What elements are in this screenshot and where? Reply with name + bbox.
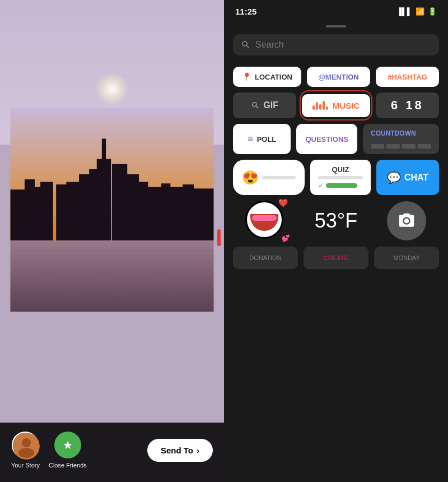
countdown-bars (371, 144, 431, 149)
search-bar[interactable] (233, 34, 439, 55)
quiz-check-icon: ✓ (318, 182, 324, 189)
svg-rect-10 (56, 184, 67, 240)
location-pin-icon: 📍 (242, 72, 251, 81)
avatar (12, 432, 39, 458)
svg-rect-3 (34, 187, 41, 240)
mouth-sticker-graphic: ❤️ 💕 (245, 201, 286, 241)
svg-rect-17 (183, 184, 194, 240)
send-to-button[interactable]: Send To › (147, 439, 213, 462)
svg-rect-16 (170, 187, 184, 240)
quiz-sticker[interactable]: QUIZ ✓ (310, 160, 371, 195)
location-sticker[interactable]: 📍 LOCATION (233, 67, 301, 87)
left-panel: 11:25 ▐▌▌ 📶 🔋 ✕ Aa (0, 0, 224, 482)
svg-point-25 (18, 448, 34, 458)
your-story-option[interactable]: Your Story (11, 432, 40, 469)
camera-sticker-wrapper (374, 201, 439, 241)
svg-rect-7 (89, 169, 97, 240)
search-small-icon (251, 101, 260, 110)
mention-sticker[interactable]: @MENTION (307, 67, 370, 87)
drag-handle (326, 25, 346, 27)
sticker-row-2: GIF MUSIC 6 18 (233, 92, 439, 118)
svg-rect-9 (66, 182, 80, 240)
right-signal-icon: ▐▌▌ (396, 7, 412, 16)
svg-rect-11 (112, 164, 127, 240)
chevron-right-icon: › (197, 446, 199, 455)
sticker-row-1: 📍 LOCATION @MENTION #HASHTAG (233, 67, 439, 87)
red-indicator (217, 229, 221, 246)
sticker-row-5: ❤️ 💕 53°F (233, 201, 439, 241)
svg-rect-12 (126, 174, 139, 240)
music-bars-icon (312, 101, 328, 110)
sticker-grid: 📍 LOCATION @MENTION #HASHTAG GIF (224, 62, 448, 482)
create-sticker-partial[interactable]: CREATE (304, 247, 368, 269)
gif-sticker[interactable]: GIF (233, 92, 296, 118)
quiz-bar-green (326, 183, 357, 188)
right-time: 11:25 (235, 7, 256, 16)
svg-rect-2 (25, 179, 35, 240)
svg-rect-18 (193, 188, 213, 240)
emoji-slider-sticker[interactable]: 😍 (233, 160, 305, 195)
right-wifi-icon: 📶 (416, 7, 424, 16)
sticker-row-4: 😍 QUIZ ✓ 💬 CHAT (233, 160, 439, 195)
right-status-icons: ▐▌▌ 📶 🔋 (396, 7, 437, 16)
quiz-bar-gray (318, 176, 363, 179)
search-icon (241, 40, 251, 50)
sticker-row-6: DONATION CREATE MONDAY (233, 247, 439, 269)
svg-rect-14 (147, 187, 162, 240)
dice-sticker[interactable]: 6 18 (376, 92, 439, 118)
story-image-area (0, 53, 224, 423)
poll-sticker[interactable]: ≡ POLL (233, 124, 291, 154)
camera-icon (398, 212, 416, 230)
sticker-row-3: ≡ POLL QUESTIONS COUNTDOWN (233, 124, 439, 154)
close-friends-option[interactable]: ★ Close Friends (49, 432, 87, 469)
your-story-label: Your Story (11, 462, 40, 469)
svg-point-24 (22, 438, 31, 447)
right-battery-icon: 🔋 (428, 7, 437, 16)
svg-rect-19 (11, 240, 214, 312)
search-input[interactable] (255, 40, 431, 50)
hashtag-sticker[interactable]: #HASHTAG (376, 67, 439, 87)
slider-track (262, 176, 296, 179)
camera-sticker[interactable] (387, 201, 426, 240)
right-panel: 11:25 ▐▌▌ 📶 🔋 📍 LOCATION @MENTION #HASHT… (224, 0, 448, 482)
music-sticker-wrapper: MUSIC (302, 92, 370, 118)
close-friends-label: Close Friends (49, 462, 87, 469)
emoji-slider-emoji: 😍 (242, 170, 259, 186)
temperature-sticker[interactable]: 53°F (304, 201, 368, 241)
close-friends-btn[interactable]: ★ (54, 432, 81, 458)
chat-sticker[interactable]: 💬 CHAT (376, 160, 439, 195)
right-status-bar: 11:25 ▐▌▌ 📶 🔋 (224, 0, 448, 21)
chat-bubble-icon: 💬 (387, 171, 401, 184)
monday-sticker-partial[interactable]: MONDAY (374, 247, 439, 269)
svg-rect-15 (161, 183, 170, 240)
mouth-sticker[interactable]: ❤️ 💕 (233, 201, 298, 241)
questions-sticker[interactable]: QUESTIONS (296, 124, 357, 154)
donation-sticker-partial[interactable]: DONATION (233, 247, 298, 269)
svg-rect-8 (79, 174, 90, 240)
svg-rect-6 (97, 159, 111, 240)
bottom-bar: Your Story ★ Close Friends Send To › (0, 423, 224, 482)
countdown-sticker[interactable]: COUNTDOWN (363, 124, 439, 154)
music-sticker[interactable]: MUSIC (302, 94, 370, 117)
poll-lines-icon: ≡ (248, 133, 254, 145)
svg-rect-4 (40, 182, 53, 240)
svg-rect-13 (138, 182, 148, 240)
svg-rect-1 (11, 189, 26, 240)
